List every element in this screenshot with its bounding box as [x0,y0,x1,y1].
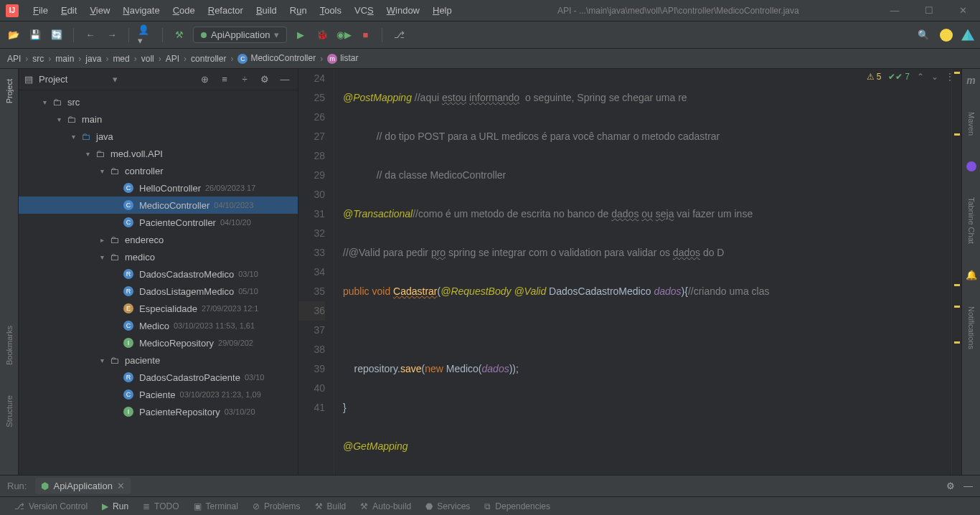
ok-indicator[interactable]: ✔✔7 [888,72,910,82]
locate-icon[interactable]: ⊕ [197,74,212,85]
tab-dependencies[interactable]: ⧉Dependencies [484,501,550,511]
tree-item[interactable]: CPaciente03/10/2023 21:23, 1,09 [19,386,298,403]
open-icon[interactable]: 📂 [6,27,22,43]
gear-icon[interactable]: ⚙ [258,74,272,85]
menu-tools[interactable]: Tools [314,2,347,19]
crumb[interactable]: API [7,54,21,64]
forward-icon[interactable]: → [104,27,120,43]
maximize-button[interactable]: ☐ [918,5,940,16]
expand-arrow-icon[interactable]: ▾ [53,115,65,123]
tab-services[interactable]: ⬣Services [425,501,470,511]
tree-item[interactable]: CHelloController26/09/2023 17 [19,179,298,197]
minimize-button[interactable]: — [884,5,905,16]
crumb[interactable]: src [32,54,44,64]
tree-item[interactable]: ▸🗀endereco [19,231,298,248]
debug-icon[interactable]: 🐞 [314,27,330,43]
expand-arrow-icon[interactable]: ▾ [96,253,108,261]
menu-help[interactable]: Help [427,2,458,19]
menu-code[interactable]: Code [167,2,201,19]
next-highlight-icon[interactable]: ⌄ [931,72,938,82]
user-icon[interactable]: 👤▾ [138,27,154,43]
tab-autobuild[interactable]: ⚒Auto-build [360,501,411,511]
tree-item[interactable]: RDadosCadastroMedico03/10 [19,265,298,283]
run-config-selector[interactable]: ApiApplication ▾ [193,27,287,43]
tab-tabnine-chat[interactable]: Tabnine Chat [966,193,977,248]
run-icon[interactable]: ▶ [293,27,308,43]
close-button[interactable]: ✕ [953,5,974,16]
code-editor[interactable]: 242526272829303132333435363738394041 @Po… [298,69,961,475]
expand-arrow-icon[interactable]: ▾ [96,356,108,364]
hide-icon[interactable]: — [963,481,973,491]
gradient-play-icon[interactable] [961,29,974,41]
expand-arrow-icon[interactable]: ▸ [96,236,108,244]
tab-build[interactable]: ⚒Build [315,501,347,511]
tree-item[interactable]: ▾🗀paciente [19,351,298,369]
stop-icon[interactable]: ■ [357,27,373,43]
back-icon[interactable]: ← [83,27,98,43]
run-tab[interactable]: ⬢ ApiApplication ✕ [35,478,130,494]
more-icon[interactable]: ⋮ [946,72,954,82]
tree-item[interactable]: ▾🗀medico [19,248,298,265]
expand-arrow-icon[interactable]: ▾ [96,167,108,175]
menu-build[interactable]: Build [250,2,283,19]
tree-item[interactable]: CMedicoController04/10/2023 [19,197,298,214]
hide-icon[interactable]: — [278,74,292,85]
expand-arrow-icon[interactable]: ▾ [82,150,93,158]
tab-version-control[interactable]: ⎇Version Control [14,501,88,511]
coverage-icon[interactable]: ◉▶ [336,27,352,43]
tree-item[interactable]: EEspecialidade27/09/2023 12:1 [19,300,298,317]
tree-item[interactable]: ▾🗀controller [19,162,298,179]
crumb[interactable]: mlistar [327,53,358,64]
menu-file[interactable]: File [27,2,54,19]
expand-arrow-icon[interactable]: ▾ [39,98,50,106]
close-tab-icon[interactable]: ✕ [117,481,125,491]
tab-bookmarks[interactable]: Bookmarks [4,321,15,369]
expand-arrow-icon[interactable]: ▾ [67,133,79,141]
gear-icon[interactable]: ⚙ [946,481,955,491]
sync-icon[interactable]: 🔄 [49,27,65,43]
crumb[interactable]: controller [191,54,226,64]
tree-item[interactable]: ▾🗀main [19,110,298,128]
code-with-me-icon[interactable] [940,29,953,42]
git-icon[interactable]: ⎇ [391,27,407,43]
tab-terminal[interactable]: ▣Terminal [194,501,238,511]
tab-maven[interactable]: Maven [966,108,977,140]
search-icon[interactable]: 🔍 [915,27,931,43]
warning-indicator[interactable]: ⚠5 [867,72,882,82]
hammer-icon[interactable]: ⚒ [171,27,187,43]
tab-structure[interactable]: Structure [4,391,15,432]
project-tree[interactable]: ▾🗀src▾🗀main▾🗀java▾🗀med.voll.API▾🗀control… [19,90,298,475]
crumb[interactable]: java [85,54,101,64]
crumb[interactable]: CMedicoController [237,53,316,64]
collapse-icon[interactable]: ÷ [237,74,252,85]
expand-icon[interactable]: ≡ [217,74,232,85]
tree-item[interactable]: ▾🗀med.voll.API [19,145,298,162]
crumb[interactable]: voll [141,54,154,64]
crumb[interactable]: med [113,54,129,64]
tree-item[interactable]: RDadosListagemMedico05/10 [19,283,298,300]
tree-item[interactable]: ▾🗀java [19,128,298,145]
menu-view[interactable]: View [84,2,116,19]
crumb[interactable]: API [166,54,179,64]
tree-item[interactable]: RDadosCadastroPaciente03/10 [19,369,298,386]
chevron-down-icon[interactable]: ▾ [113,74,118,85]
menu-edit[interactable]: Edit [55,2,83,19]
tab-problems[interactable]: ⊘Problems [253,501,301,511]
menu-vcs[interactable]: VCS [349,2,380,19]
crumb[interactable]: main [55,54,74,64]
save-icon[interactable]: 💾 [27,27,43,43]
menu-window[interactable]: Window [381,2,425,19]
menu-navigate[interactable]: Navigate [117,2,165,19]
tab-notifications[interactable]: Notifications [966,302,977,354]
tab-run[interactable]: ▶Run [102,501,128,511]
menu-refactor[interactable]: Refactor [202,2,249,19]
tab-todo[interactable]: ≣TODO [143,501,179,511]
tree-item[interactable]: ▾🗀src [19,93,298,110]
tab-project[interactable]: Project [4,75,15,108]
error-stripe[interactable] [951,69,961,475]
prev-highlight-icon[interactable]: ⌃ [917,72,924,82]
tree-item[interactable]: IMedicoRepository29/09/202 [19,334,298,351]
menu-run[interactable]: Run [284,2,313,19]
tree-item[interactable]: CPacienteController04/10/20 [19,214,298,231]
code-area[interactable]: @PostMapping //aqui estou informando o s… [334,69,951,475]
